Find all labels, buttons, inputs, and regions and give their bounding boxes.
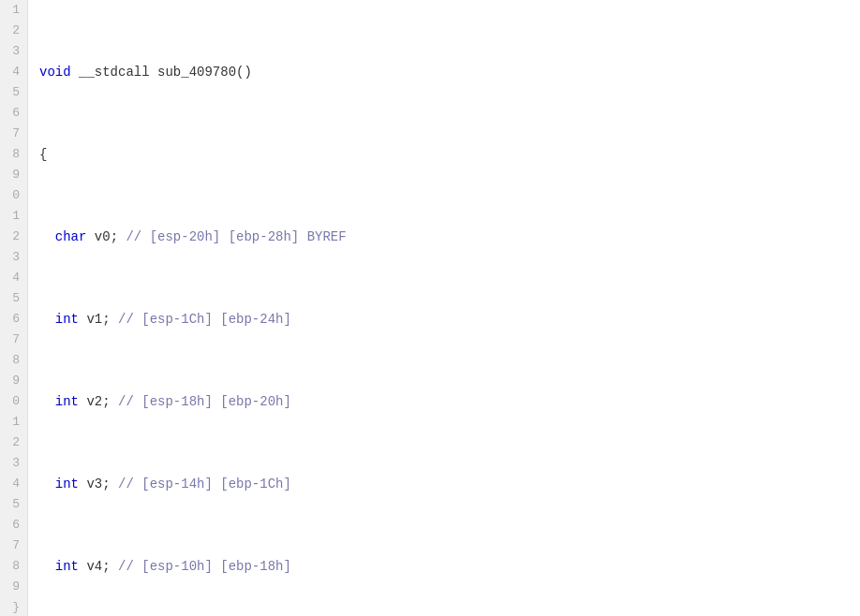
code-line-7: int v4; // [esp-10h] [ebp-18h] [39,556,860,577]
ln-16: 6 [7,309,20,330]
ln-28: 8 [7,556,20,577]
ln-24: 4 [7,474,20,494]
ln-29: 9 [7,577,20,597]
ln-9: 9 [7,165,20,185]
ln-14: 4 [7,268,20,288]
code-line-6: int v3; // [esp-14h] [ebp-1Ch] [39,474,860,494]
code-editor: 1 2 3 4 5 6 7 8 9 0 1 2 3 4 5 6 7 8 9 0 … [0,0,860,616]
ln-19: 9 [7,371,20,391]
ln-6: 6 [7,103,20,124]
code-line-4: int v1; // [esp-1Ch] [ebp-24h] [39,309,860,330]
ln-4: 4 [7,62,20,82]
ln-8: 8 [7,144,20,165]
code-area[interactable]: void __stdcall sub_409780() { char v0; /… [28,0,860,616]
ln-7: 7 [7,124,20,144]
ln-3: 3 [7,41,20,62]
ln-26: 6 [7,515,20,535]
ln-10: 0 [7,185,20,206]
ln-30: } [7,597,20,616]
ln-2: 2 [7,21,20,41]
ln-25: 5 [7,494,20,515]
line-numbers: 1 2 3 4 5 6 7 8 9 0 1 2 3 4 5 6 7 8 9 0 … [0,0,28,616]
ln-1: 1 [7,0,20,21]
code-line-5: int v2; // [esp-18h] [ebp-20h] [39,391,860,412]
ln-12: 2 [7,227,20,247]
ln-11: 1 [7,206,20,227]
ln-5: 5 [7,82,20,103]
ln-23: 3 [7,453,20,474]
ln-27: 7 [7,535,20,556]
code-line-1: void __stdcall sub_409780() [39,62,860,82]
ln-17: 7 [7,330,20,350]
ln-13: 3 [7,247,20,268]
ln-15: 5 [7,288,20,309]
ln-18: 8 [7,350,20,371]
ln-20: 0 [7,391,20,412]
ln-22: 2 [7,433,20,453]
code-line-3: char v0; // [esp-20h] [ebp-28h] BYREF [39,227,860,247]
ln-21: 1 [7,412,20,433]
code-line-2: { [39,144,860,165]
